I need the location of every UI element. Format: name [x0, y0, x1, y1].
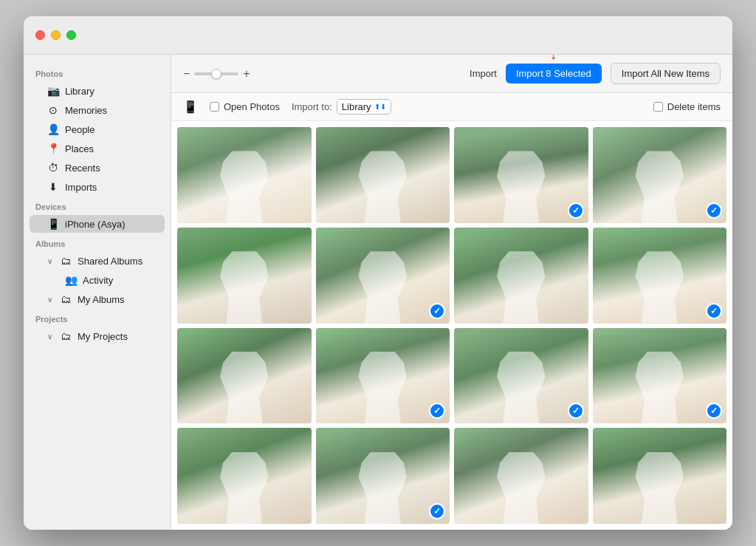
sidebar-item-label: My Albums [78, 294, 125, 305]
chevron-down-icon: ∨ [47, 257, 52, 265]
selected-check-badge: ✓ [568, 403, 584, 419]
sidebar-item-memories[interactable]: ⊙ Memories [30, 101, 165, 119]
delete-items-label: Delete items [667, 101, 721, 112]
content-area: − + Import ↓ Import 8 Selected Import Al… [171, 55, 732, 530]
library-icon: 📷 [47, 85, 59, 97]
sidebar-item-places[interactable]: 📍 Places [30, 140, 165, 157]
shared-albums-icon: 🗂 [60, 255, 72, 267]
memories-icon: ⊙ [47, 104, 59, 116]
photo-cell[interactable]: ✓ [316, 228, 450, 324]
photo-background [177, 228, 312, 324]
activity-icon: 👥 [65, 274, 77, 286]
sidebar-item-label: My Projects [78, 331, 128, 342]
open-photos-checkbox[interactable] [210, 102, 219, 112]
photo-background [593, 428, 727, 524]
sidebar-item-label: Library [65, 86, 94, 97]
zoom-in-button[interactable]: + [243, 68, 250, 80]
photo-cell[interactable]: ✓ [454, 328, 588, 424]
sidebar-item-recents[interactable]: ⏱ Recents [30, 159, 165, 177]
open-photos-row: Open Photos [210, 101, 280, 112]
people-icon: 👤 [47, 123, 59, 135]
library-select-arrow-icon: ⬆⬇ [374, 103, 386, 111]
selected-check-badge: ✓ [706, 202, 722, 219]
sidebar: Photos 📷 Library ⊙ Memories 👤 People 📍 P… [24, 55, 171, 530]
import-to-row: Import to: Library ⬆⬇ [292, 99, 391, 115]
photo-grid: ✓✓✓✓✓✓✓✓ [171, 121, 732, 530]
albums-section-label: Albums [24, 233, 171, 251]
sidebar-item-my-albums[interactable]: ∨ 🗂 My Albums [30, 290, 165, 308]
photo-cell[interactable] [454, 428, 588, 524]
sidebar-item-shared-albums[interactable]: ∨ 🗂 Shared Albums [30, 252, 165, 270]
photo-cell[interactable]: ✓ [593, 328, 727, 424]
photo-cell[interactable] [177, 127, 312, 223]
traffic-lights [35, 30, 76, 40]
photos-section-label: Photos [24, 64, 171, 81]
photo-background [177, 428, 312, 524]
chevron-down-icon-3: ∨ [47, 332, 52, 341]
sidebar-item-label: Places [65, 143, 94, 154]
photo-background [177, 328, 312, 424]
photo-background [454, 228, 588, 324]
sidebar-item-label: Imports [65, 182, 97, 193]
photo-cell[interactable]: ✓ [454, 127, 588, 223]
selected-check-badge: ✓ [429, 303, 445, 319]
sidebar-item-label: Recents [65, 163, 100, 174]
zoom-out-button[interactable]: − [183, 68, 190, 80]
import-all-button[interactable]: Import All New Items [611, 63, 721, 84]
selected-check-badge: ✓ [568, 202, 584, 219]
photo-cell[interactable] [177, 328, 312, 424]
library-select[interactable]: Library ⬆⬇ [337, 99, 391, 115]
import-label: Import [470, 68, 497, 79]
photo-cell[interactable] [593, 428, 727, 524]
import-toolbar: − + Import ↓ Import 8 Selected Import Al… [171, 55, 732, 93]
app-window: Photos 📷 Library ⊙ Memories 👤 People 📍 P… [24, 16, 732, 530]
photo-cell[interactable]: ✓ [316, 328, 450, 424]
my-projects-icon: 🗂 [60, 330, 72, 342]
import-to-label: Import to: [292, 101, 332, 112]
recents-icon: ⏱ [47, 162, 59, 174]
photo-cell[interactable]: ✓ [593, 228, 727, 324]
photo-background [454, 428, 588, 524]
import-selected-button[interactable]: Import 8 Selected [506, 64, 602, 83]
sidebar-item-iphone[interactable]: → 📱 iPhone (Asya) [30, 215, 165, 233]
selected-check-badge: ✓ [429, 503, 445, 519]
imports-icon: ⬇ [47, 181, 59, 193]
chevron-down-icon-2: ∨ [47, 296, 52, 304]
sidebar-item-label: iPhone (Asya) [65, 219, 126, 230]
zoom-slider[interactable] [194, 72, 238, 75]
titlebar [24, 16, 732, 55]
sidebar-item-imports[interactable]: ⬇ Imports [30, 178, 165, 196]
sidebar-item-label: Activity [83, 275, 113, 286]
places-icon: 📍 [47, 143, 59, 154]
import-arrow-indicator: ↓ [549, 55, 557, 64]
selected-check-badge: ✓ [706, 303, 722, 319]
sidebar-item-activity[interactable]: 👥 Activity [30, 271, 165, 289]
photo-cell[interactable] [177, 228, 312, 324]
library-select-text: Library [342, 101, 371, 112]
main-layout: Photos 📷 Library ⊙ Memories 👤 People 📍 P… [24, 55, 732, 530]
minimize-button[interactable] [51, 30, 61, 40]
photo-cell[interactable]: ✓ [593, 127, 727, 223]
secondary-toolbar: 📱 Open Photos Import to: Library ⬆⬇ Dele… [171, 93, 732, 121]
iphone-arrow-indicator: → [24, 216, 27, 232]
devices-section-label: Devices [24, 197, 171, 214]
phone-icon-button[interactable]: 📱 [183, 100, 198, 114]
photo-cell[interactable]: ✓ [316, 428, 450, 524]
zoom-controls: − + [183, 68, 250, 80]
sidebar-item-label: Memories [65, 105, 107, 116]
maximize-button[interactable] [66, 30, 76, 40]
photo-cell[interactable] [454, 228, 588, 324]
photo-background [177, 127, 312, 223]
zoom-thumb [211, 69, 221, 79]
close-button[interactable] [35, 30, 45, 40]
projects-section-label: Projects [24, 309, 171, 327]
photo-cell[interactable] [316, 127, 450, 223]
sidebar-item-my-projects[interactable]: ∨ 🗂 My Projects [30, 327, 165, 345]
my-albums-icon: 🗂 [60, 293, 72, 305]
open-photos-label: Open Photos [224, 101, 280, 112]
sidebar-item-library[interactable]: 📷 Library [30, 82, 165, 100]
delete-items-checkbox[interactable] [653, 102, 663, 112]
photo-cell[interactable] [177, 428, 312, 524]
iphone-icon: 📱 [47, 218, 59, 230]
sidebar-item-people[interactable]: 👤 People [30, 120, 165, 138]
